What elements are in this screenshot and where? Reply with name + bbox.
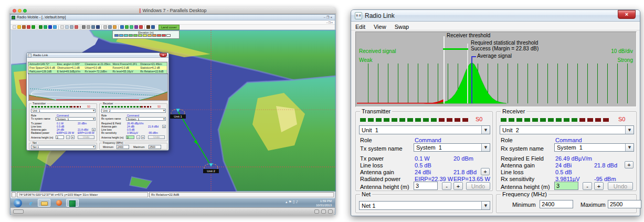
unit-select[interactable]: Unit 2▼ [500, 125, 634, 134]
toolbar-icons[interactable] [12, 25, 155, 29]
rx-system-select[interactable]: System 1▼ [554, 143, 634, 152]
antenna-height-input[interactable] [554, 182, 578, 190]
radio-mobile-titlebar[interactable]: Radio Mobile - [..\default.bmp] –❐× [10, 15, 335, 20]
tx-power-label: Tx power [360, 155, 384, 162]
maximum-label: Maximum [580, 202, 606, 208]
tx-system-label: Tx system name [360, 145, 403, 152]
chevron-down-icon[interactable]: ▼ [481, 144, 490, 151]
line-loss-value: 0.5 dB [555, 169, 572, 175]
antenna-height-input[interactable] [414, 182, 438, 190]
chevron-down-icon[interactable]: ▼ [481, 126, 490, 134]
net-select[interactable]: Net 1▼ [359, 201, 490, 210]
rx-level-dbm: Rx level=-72.2dBm [84, 70, 112, 73]
radio-mobile-title: Radio Mobile - [..\default.bmp] [17, 15, 66, 19]
close-icon: × [330, 16, 333, 19]
transmitter-group: Transmitter S0 Unit 1▼ RoleCommand Tx sy… [355, 111, 493, 191]
height-minus-button[interactable]: - [66, 135, 70, 139]
parallels-devices-icon[interactable] [314, 209, 319, 214]
radio-link-titlebar[interactable]: T·T Radio Link × [351, 10, 640, 22]
role-value: Command [415, 137, 441, 143]
land-cover-button[interactable]: Land cover [159, 25, 180, 30]
undo-button[interactable]: Undo [608, 182, 633, 190]
height-plus-button[interactable]: + [71, 135, 75, 139]
net-group-label: Net [360, 191, 372, 197]
frequency-min-input[interactable] [117, 145, 129, 149]
rx-sensitivity-dbm: -95 dBm [594, 176, 616, 182]
frequency-min-input[interactable] [540, 200, 573, 208]
undo-button[interactable]: Undo [148, 135, 165, 139]
menu-view[interactable]: View [369, 23, 390, 31]
undo-button[interactable]: Undo [78, 135, 94, 139]
height-minus-button[interactable]: - [136, 135, 140, 139]
taskbar-clock[interactable]: 1:59 PM10/31/2013 [316, 199, 332, 207]
transmitter-group-label: Transmitter [31, 102, 47, 105]
mini-net-group: Net Net 1▼ [29, 143, 97, 150]
parallels-zoom-control[interactable] [13, 209, 24, 214]
chevron-down-icon[interactable]: ▼ [481, 202, 490, 209]
clock-date: 10/31/2013 [316, 204, 332, 207]
success-margin-label: Success (Margin = 22.83 dB) [471, 46, 539, 51]
mini-titlebar[interactable]: T·T Radio Link × [27, 53, 168, 58]
required-threshold-line [467, 44, 468, 103]
received-signal-label: Received signal [359, 48, 396, 54]
link-info-table: Azimuth=149.72°Elev. angle=-0.005°Cleara… [28, 62, 167, 74]
distance: Distance=21.46km [139, 62, 167, 66]
radio-mobile-taskbar-button[interactable] [66, 199, 79, 207]
tray-icons[interactable]: ▴⚑▯♪ [286, 200, 299, 204]
path-profile-chart[interactable] [28, 73, 168, 101]
signal-distribution-chart: Receiver threshold Required statistical … [355, 31, 637, 107]
tx-system-select[interactable]: System 1▼ [56, 117, 96, 121]
height-plus-button[interactable]: + [594, 182, 604, 190]
antenna-height-input[interactable] [126, 135, 134, 139]
rx-relative: Rx Relative=22.8dB [139, 70, 167, 73]
parallels-keyboard-icon[interactable] [321, 209, 326, 214]
required-threshold-label: Required statistical threshold [471, 40, 538, 46]
clearance: Clearance at 21.05km [84, 62, 112, 66]
clock-time: 1:59 PM [320, 199, 332, 203]
rx-system-select[interactable]: System 1▼ [126, 117, 166, 121]
antenna-gain-plus-button[interactable]: + [625, 161, 634, 168]
menu-swap[interactable]: Swap [390, 23, 414, 31]
height-minus-button[interactable]: - [442, 182, 451, 190]
net-select[interactable]: Net 1▼ [31, 145, 96, 149]
chevron-down-icon[interactable]: ▼ [625, 144, 634, 151]
unit-select[interactable]: Unit 2▼ [101, 109, 166, 113]
menu-edit[interactable]: Edit [351, 23, 369, 31]
internet-explorer-icon[interactable]: e [26, 199, 36, 207]
parallels-view-icon[interactable] [328, 209, 333, 214]
frequency-max-input[interactable] [149, 145, 161, 149]
radio-mobile-icon [69, 200, 76, 207]
average-signal-label: Average signal [477, 53, 512, 59]
menubar: EditViewSwap [351, 22, 640, 30]
close-button[interactable]: × [618, 10, 636, 19]
free-space: Free Space=126.6 dB [28, 66, 56, 70]
antenna-gain-label: Antenna gain [360, 169, 394, 175]
transmitter-group-label: Transmitter [360, 108, 392, 114]
frequency-max-input[interactable] [608, 200, 641, 208]
receiver-group-label: Receiver [501, 108, 526, 114]
start-button[interactable]: ⊞ [14, 199, 22, 207]
antenna-height-input[interactable] [56, 135, 64, 139]
undo-button[interactable]: Undo [466, 182, 490, 190]
chevron-down-icon: ▼ [93, 145, 94, 149]
unit-select[interactable]: Unit 1▼ [359, 125, 490, 134]
unit-select[interactable]: Unit 1▼ [31, 109, 96, 113]
tx-power-dbm: 20 dBm [453, 155, 473, 162]
db-per-div-label: 10 dB/div [611, 48, 633, 54]
status-coordinates: 74°18'06"N 020°12'37"W x=571 y=103 Map= … [17, 192, 148, 197]
media-player-icon[interactable] [55, 199, 64, 207]
chevron-down-icon[interactable]: ▼ [625, 126, 634, 134]
height-plus-button[interactable]: + [453, 182, 463, 190]
mac-titlebar[interactable]: ∥ Windows 7 - Parallels Desktop [9, 7, 336, 14]
tx-system-select[interactable]: System 1▼ [414, 143, 490, 152]
window-controls[interactable]: –❐× [324, 15, 333, 19]
chevron-down-icon: ▼ [93, 118, 94, 121]
height-plus-button[interactable]: + [141, 135, 145, 139]
antenna-gain-plus-button[interactable]: + [481, 168, 490, 175]
windows-taskbar: ⊞ e ▴⚑▯♪ 1:59 PM10/31/2013 [10, 198, 335, 207]
explorer-taskbar-button[interactable] [38, 199, 50, 207]
close-button[interactable]: × [160, 53, 167, 57]
mdi-child-controls[interactable]: –❐× [326, 21, 333, 24]
mini-title: Radio Link [33, 54, 48, 57]
height-minus-button[interactable]: - [583, 182, 592, 190]
